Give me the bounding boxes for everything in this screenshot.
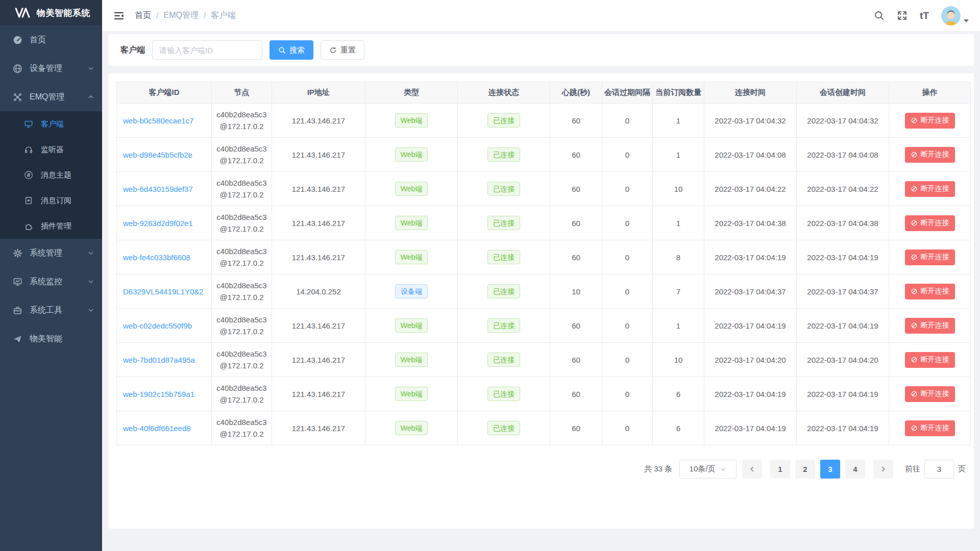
search-button[interactable]: 搜索 <box>270 40 313 60</box>
type-tag: Web端 <box>395 113 428 128</box>
client-id-input[interactable] <box>152 40 262 60</box>
sidebar-item-plugins[interactable]: 插件管理 <box>0 213 102 239</box>
subscribe-bookmark-icon <box>23 195 34 206</box>
heartbeat-cell: 60 <box>550 138 602 172</box>
node-cell: c40b2d8ea5c3@172.17.0.2 <box>212 343 272 377</box>
client-id-link[interactable]: web-9263d2d9f02e1 <box>123 219 193 228</box>
caret-down-icon <box>964 19 969 22</box>
sidebar-item-emq[interactable]: EMQ管理 <box>0 83 102 111</box>
disconnect-label: 断开连接 <box>921 184 949 193</box>
client-table: 客户端ID节点IP地址类型连接状态心跳(秒)会话过期间隔当前订阅数量连接时间会话… <box>116 82 971 445</box>
client-id-link[interactable]: web-d98e45b5cfb2e <box>123 151 192 159</box>
client-id-link[interactable]: web-c02dedc550f9b <box>123 321 192 330</box>
sidebar-item-system-monitor[interactable]: 系统监控 <box>0 267 102 296</box>
status-cell: 已连接 <box>458 172 550 206</box>
disconnect-button[interactable]: 断开连接 <box>905 386 955 402</box>
type-cell: Web端 <box>365 377 458 411</box>
status-cell: 已连接 <box>458 343 550 377</box>
subscriptions-cell: 10 <box>653 343 704 377</box>
disconnect-label: 断开连接 <box>921 218 949 228</box>
status-cell: 已连接 <box>458 309 550 343</box>
reset-button[interactable]: 重置 <box>321 40 364 60</box>
app-logo[interactable]: 物美智能系统 <box>0 0 102 26</box>
disconnect-button[interactable]: 断开连接 <box>905 318 955 334</box>
prev-page-button[interactable] <box>742 460 762 479</box>
status-tag: 已连接 <box>487 284 520 298</box>
breadcrumb-separator: / <box>204 11 206 20</box>
client-id-link[interactable]: web-fe4c033bf6608 <box>123 253 190 262</box>
brand-logo-icon <box>14 7 32 18</box>
chevron-down-icon <box>720 466 726 472</box>
client-id-link[interactable]: web-b0c580ecae1c7 <box>123 116 193 125</box>
disconnect-icon <box>911 322 918 329</box>
client-id-link[interactable]: web-6d430159def37 <box>123 185 193 193</box>
sidebar-item-subscriptions[interactable]: 消息订阅 <box>0 188 102 213</box>
sidebar-item-devices[interactable]: 设备管理 <box>0 54 102 83</box>
sidebar-item-system-admin[interactable]: 系统管理 <box>0 239 102 267</box>
avatar[interactable] <box>941 6 961 26</box>
font-size-icon[interactable]: tT <box>920 11 929 20</box>
table-row: web-9263d2d9f02e1c40b2d8ea5c3@172.17.0.2… <box>117 206 971 240</box>
client-id-link[interactable]: web-40f6df661eed8 <box>123 424 191 433</box>
table-row: D6329VL54419L1Y0&2c40b2d8ea5c3@172.17.0.… <box>117 274 971 309</box>
sidebar-item-home[interactable]: 首页 <box>0 26 102 54</box>
sidebar-item-listeners[interactable]: 监听器 <box>0 137 102 162</box>
client-id-link[interactable]: web-1902c15b759a1 <box>123 390 194 398</box>
status-cell: 已连接 <box>458 138 550 172</box>
heartbeat-cell: 60 <box>550 206 602 240</box>
page-size-select[interactable]: 10条/页 <box>679 460 737 479</box>
page-button-2[interactable]: 2 <box>795 460 815 479</box>
session-create-time-cell: 2022-03-17 04:04:19 <box>797 411 889 445</box>
connect-time-cell: 2022-03-17 04:04:22 <box>704 172 797 206</box>
collapse-menu-icon[interactable] <box>110 9 128 23</box>
page-button-1[interactable]: 1 <box>770 460 790 479</box>
table-row: web-7bd01d87a495ac40b2d8ea5c3@172.17.0.2… <box>117 343 971 377</box>
search-field-label: 客户端 <box>120 45 145 56</box>
disconnect-button[interactable]: 断开连接 <box>905 420 955 436</box>
disconnect-button[interactable]: 断开连接 <box>905 147 955 163</box>
action-cell: 断开连接 <box>889 343 971 377</box>
pagination: 共 33 条 10条/页 1234 前往 页 <box>116 460 966 479</box>
status-cell: 已连接 <box>458 104 550 138</box>
sidebar-item-clients[interactable]: 客户端 <box>0 111 102 137</box>
breadcrumb-emq[interactable]: EMQ管理 <box>163 10 198 21</box>
disconnect-icon <box>911 424 918 432</box>
user-menu[interactable] <box>941 6 969 26</box>
type-cell: Web端 <box>365 411 458 445</box>
disconnect-button[interactable]: 断开连接 <box>905 113 955 129</box>
disconnect-label: 断开连接 <box>921 287 949 296</box>
page-numbers: 1234 <box>768 460 868 479</box>
disconnect-button[interactable]: 断开连接 <box>905 249 955 265</box>
status-tag: 已连接 <box>487 421 520 435</box>
expiry-cell: 0 <box>602 343 653 377</box>
app-title: 物美智能系统 <box>37 7 90 19</box>
node-cell: c40b2d8ea5c3@172.17.0.2 <box>212 309 272 343</box>
heartbeat-cell: 60 <box>550 411 602 445</box>
client-id-link[interactable]: web-7bd01d87a495a <box>123 356 195 364</box>
disconnect-icon <box>911 254 918 261</box>
page-button-4[interactable]: 4 <box>845 460 865 479</box>
disconnect-button[interactable]: 断开连接 <box>905 181 955 197</box>
disconnect-button[interactable]: 断开连接 <box>905 352 955 368</box>
action-cell: 断开连接 <box>889 138 971 172</box>
sidebar-item-topics[interactable]: 消息主题 <box>0 162 102 188</box>
disconnect-label: 断开连接 <box>921 389 949 398</box>
disconnect-button[interactable]: 断开连接 <box>905 215 955 231</box>
disconnect-button[interactable]: 断开连接 <box>905 284 955 299</box>
breadcrumb-home[interactable]: 首页 <box>135 10 151 21</box>
next-page-button[interactable] <box>873 460 893 479</box>
column-header: 操作 <box>889 82 971 104</box>
goto-page-input[interactable] <box>924 460 954 479</box>
search-icon[interactable] <box>874 10 885 21</box>
sidebar-item-wumei-smart[interactable]: 物美智能 <box>0 324 102 353</box>
page-button-3[interactable]: 3 <box>820 460 840 479</box>
top-navbar: 首页 / EMQ管理 / 客户端 tT <box>102 0 980 32</box>
status-tag: 已连接 <box>487 318 520 333</box>
client-id-link[interactable]: D6329VL54419L1Y0&2 <box>123 287 204 296</box>
heartbeat-cell: 60 <box>550 309 602 343</box>
sidebar-item-system-tools[interactable]: 系统工具 <box>0 296 102 324</box>
connect-time-cell: 2022-03-17 04:04:19 <box>704 411 797 445</box>
fullscreen-icon[interactable] <box>897 10 908 21</box>
ip-cell: 121.43.146.217 <box>272 206 365 240</box>
ip-cell: 121.43.146.217 <box>272 172 365 206</box>
